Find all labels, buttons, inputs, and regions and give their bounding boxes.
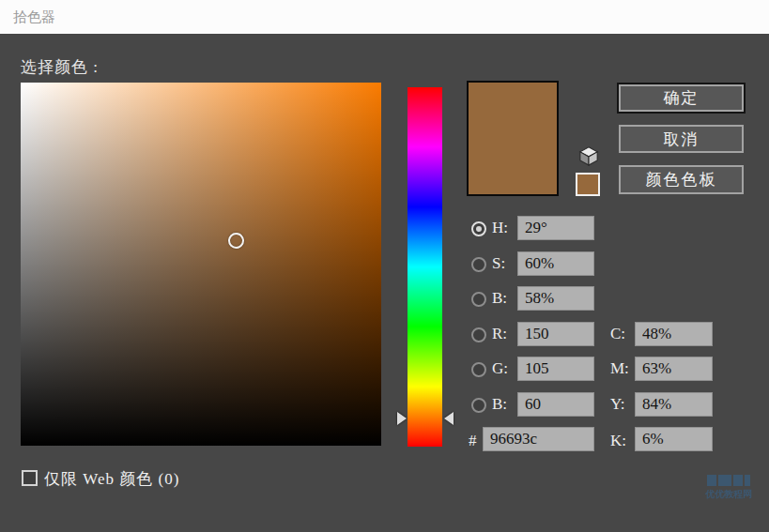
- b2-label: B:: [492, 395, 507, 414]
- color-swatches-button[interactable]: 颜色色板: [619, 165, 744, 194]
- watermark-site-name: 优优教程网: [699, 488, 759, 501]
- hue-slider-right-arrow[interactable]: [444, 412, 454, 425]
- b-label: B:: [492, 289, 507, 308]
- hue-slider[interactable]: [408, 87, 442, 447]
- m-input[interactable]: [635, 357, 713, 381]
- y-input[interactable]: [635, 392, 713, 417]
- saturation-brightness-field[interactable]: [21, 83, 381, 446]
- hex-prefix-label: #: [469, 432, 477, 450]
- watermark: 优优教程网: [699, 475, 759, 501]
- radio-b2[interactable]: [471, 398, 486, 413]
- c-input[interactable]: [635, 322, 713, 346]
- watermark-logo-icon: [699, 475, 759, 486]
- web-color-cube-icon[interactable]: [578, 145, 599, 166]
- radio-s[interactable]: [471, 257, 486, 272]
- color-preview: [467, 81, 559, 196]
- hue-slider-left-arrow[interactable]: [397, 412, 407, 425]
- ok-button[interactable]: 确定: [619, 84, 744, 112]
- g-input[interactable]: [517, 357, 594, 381]
- s-label: S:: [492, 254, 505, 273]
- web-safe-color-swatch[interactable]: [576, 173, 600, 196]
- m-label: M:: [610, 359, 629, 378]
- hex-input[interactable]: [483, 427, 594, 451]
- c-label: C:: [610, 325, 625, 343]
- h-input[interactable]: [517, 216, 594, 240]
- b-input[interactable]: [517, 286, 594, 311]
- radio-h[interactable]: [471, 221, 486, 236]
- r-input[interactable]: [517, 322, 594, 346]
- y-label: Y:: [610, 395, 624, 414]
- radio-g[interactable]: [471, 362, 486, 377]
- h-label: H:: [492, 219, 508, 237]
- select-color-label: 选择颜色 :: [21, 56, 99, 78]
- s-input[interactable]: [517, 251, 594, 276]
- g-label: G:: [492, 359, 508, 378]
- web-colors-only-checkbox[interactable]: [22, 470, 38, 486]
- k-input[interactable]: [635, 427, 713, 451]
- dialog-title: 拾色器: [13, 0, 55, 34]
- web-colors-only-label: 仅限 Web 颜色 (0): [44, 468, 179, 490]
- b2-input[interactable]: [517, 392, 594, 417]
- dialog-title-bar: 拾色器: [0, 0, 769, 34]
- radio-r[interactable]: [471, 327, 486, 342]
- radio-b[interactable]: [471, 292, 486, 307]
- current-color-swatch[interactable]: [469, 139, 557, 195]
- new-color-swatch: [469, 83, 557, 140]
- r-label: R:: [492, 325, 507, 343]
- color-picker-dialog: 选择颜色 : 确定 取消 颜色色板 H: S: B: R: G: B: # C:: [0, 34, 769, 532]
- k-label: K:: [610, 432, 626, 450]
- color-cursor-ring[interactable]: [228, 233, 244, 249]
- cancel-button[interactable]: 取消: [619, 125, 744, 153]
